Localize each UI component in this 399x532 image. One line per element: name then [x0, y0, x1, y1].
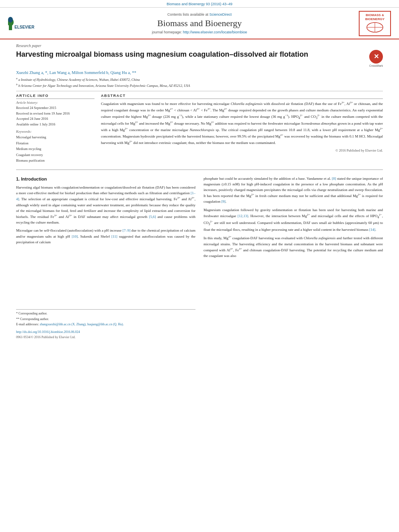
email-2[interactable]: huqiang@ihb.ac.cn (Q. Hu). — [87, 322, 124, 326]
keywords-label: Keywords: — [16, 129, 95, 134]
homepage-url[interactable]: http://www.elsevier.com/locate/biombioe — [183, 30, 247, 34]
copyright-line: © 2016 Published by Elsevier Ltd. — [101, 148, 383, 152]
body-col-right: phosphate but could be accurately simula… — [204, 176, 383, 340]
article-rule — [16, 91, 383, 91]
sciencedirect-link[interactable]: ScienceDirect — [210, 12, 232, 16]
section-rule — [16, 169, 383, 170]
intro-para-2: Microalgae can be self-flocculated (auto… — [16, 228, 195, 245]
crossmark-badge[interactable]: ✕ CrossMark — [369, 50, 383, 67]
authors: Xuezhi Zhang a, *, Lan Wang a, Milton So… — [16, 70, 383, 75]
main-content: Research paper Harvesting microalgal bio… — [0, 39, 399, 344]
keyword-3: Medium recycling — [16, 146, 95, 152]
accepted-date: Accepted 24 June 2016 — [16, 116, 95, 122]
journal-title-main: Biomass and Bioenergy — [40, 18, 359, 29]
journal-header: ELSEVIER Contents lists available at Sci… — [0, 8, 399, 39]
contents-line: Contents lists available at ScienceDirec… — [40, 12, 359, 16]
article-abstract-row: ARTICLE INFO Article history: Received 2… — [16, 94, 383, 164]
paper-title: Harvesting microalgal biomass using magn… — [16, 50, 364, 59]
affiliation-a: a a Institute of Hydrobiology, Chinese A… — [16, 76, 383, 82]
right-para-2: Magnesium coagulation followed by gravit… — [204, 207, 383, 233]
paper-type: Research paper — [16, 43, 383, 48]
email-1[interactable]: zhangxuezhi@ihb.ac.cn (X. Zhang), — [40, 322, 86, 326]
journal-brand-box: BIOMASS & BIOENERGY — [359, 11, 391, 36]
body-section: 1. Introduction Harvesting algal biomass… — [16, 176, 383, 340]
article-info: ARTICLE INFO Article history: Received 2… — [16, 94, 95, 164]
affiliations: a a Institute of Hydrobiology, Chinese A… — [16, 76, 383, 88]
homepage-line: journal homepage: http://www.elsevier.co… — [40, 30, 359, 34]
footnote-emails: E-mail addresses: zhangxuezhi@ihb.ac.cn … — [16, 322, 195, 327]
keyword-2: Flotation — [16, 140, 95, 146]
crossmark-label: CrossMark — [369, 64, 383, 67]
keyword-4: Coagulant recovery — [16, 152, 95, 158]
available-date: Available online 1 July 2016 — [16, 122, 95, 127]
elsevier-logo: ELSEVIER — [8, 16, 40, 31]
abstract-text: Coagulation with magnesium was found to … — [101, 101, 383, 146]
right-para-3: In this study, Mg2+ coagulation-DAF harv… — [204, 235, 383, 259]
received-revised-date: Received in revised form 19 June 2016 — [16, 111, 95, 117]
svg-point-3 — [8, 17, 13, 23]
issn-line: 0961-9534/© 2016 Published by Elsevier L… — [16, 335, 195, 340]
right-para-1: phosphate but could be accurately simula… — [204, 176, 383, 205]
footnote-1: * Corresponding author. — [16, 311, 195, 316]
footnote-2: ** Corresponding author. — [16, 317, 195, 322]
keyword-5: Biomass purification — [16, 158, 95, 163]
footnote-section: * Corresponding author. ** Corresponding… — [16, 309, 195, 327]
abstract-heading: ABSTRACT — [101, 94, 383, 99]
affiliation-b: b b Arizona Center for Algae Technology … — [16, 82, 383, 88]
doi-link[interactable]: http://dx.doi.org/10.1016/j.biombioe.201… — [16, 330, 195, 335]
received-date: Received 24 September 2015 — [16, 105, 95, 111]
body-col-left: 1. Introduction Harvesting algal biomass… — [16, 176, 195, 340]
intro-para-1: Harvesting algal biomass with coagulatio… — [16, 185, 195, 226]
top-bar: Biomass and Bioenergy 93 (2016) 43–49 — [0, 0, 399, 8]
paper-title-row: Harvesting microalgal biomass using magn… — [16, 50, 383, 67]
keyword-1: Microalgal harvesting — [16, 134, 95, 140]
brand-line2: BIOENERGY — [361, 17, 389, 21]
abstract-section: ABSTRACT Coagulation with magnesium was … — [101, 94, 383, 164]
history-label: Article history: — [16, 101, 95, 105]
keywords-section: Keywords: Microalgal harvesting Flotatio… — [16, 129, 95, 163]
brand-icon — [363, 22, 387, 33]
elsevier-logo-svg: ELSEVIER — [8, 16, 36, 31]
intro-heading: 1. Introduction — [16, 176, 195, 183]
svg-text:ELSEVIER: ELSEVIER — [14, 25, 35, 29]
keywords-list: Microalgal harvesting Flotation Medium r… — [16, 134, 95, 163]
brand-line1: BIOMASS & — [361, 13, 389, 17]
journal-citation: Biomass and Bioenergy 93 (2016) 43–49 — [167, 2, 232, 6]
journal-center: Contents lists available at ScienceDirec… — [40, 12, 359, 34]
article-info-heading: ARTICLE INFO — [16, 94, 95, 99]
